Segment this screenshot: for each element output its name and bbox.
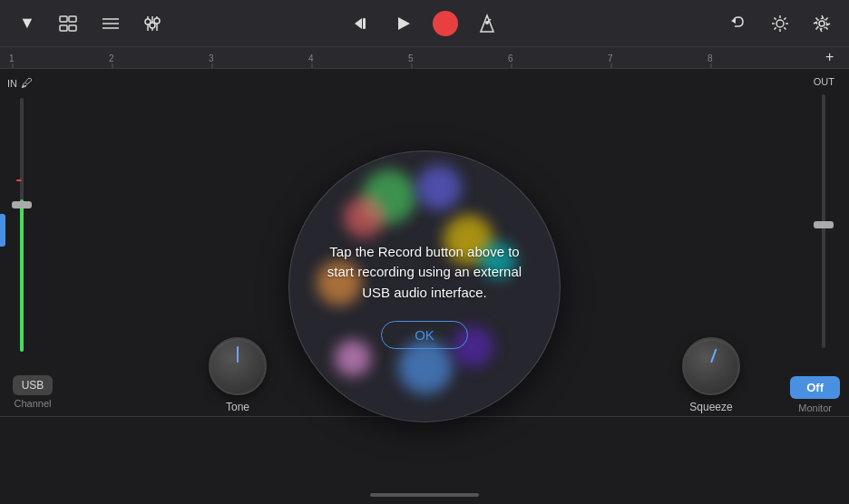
svg-rect-3 (69, 25, 76, 31)
svg-rect-2 (60, 25, 67, 31)
monitor-control: Off Monitor (790, 376, 840, 413)
svg-text:8: 8 (708, 53, 713, 63)
squeeze-control: Squeeze (682, 337, 740, 413)
svg-marker-19 (731, 18, 736, 24)
svg-point-11 (150, 23, 155, 28)
tone-label: Tone (226, 401, 249, 413)
dialog-overlay: Tap the Record button above to start rec… (0, 69, 849, 504)
dropdown-icon[interactable]: ▼ (15, 11, 40, 36)
svg-line-26 (784, 27, 786, 29)
svg-line-27 (784, 17, 786, 19)
out-label: OUT (814, 76, 834, 87)
mic-icon: 🖊 (21, 76, 33, 90)
squeeze-label: Squeeze (689, 401, 732, 413)
record-button[interactable] (433, 11, 458, 36)
monitor-label: Monitor (798, 402, 832, 413)
fader-clip-indicator (16, 179, 22, 181)
squeeze-knob-indicator (710, 349, 717, 363)
out-fader[interactable] (822, 94, 825, 348)
list-icon[interactable] (98, 11, 123, 36)
svg-marker-13 (355, 18, 362, 29)
in-label: IN (7, 78, 17, 89)
svg-text:7: 7 (608, 53, 613, 63)
usb-channel-button[interactable]: USB (13, 375, 54, 395)
tone-control: Tone (209, 337, 267, 413)
fader-fill (20, 199, 24, 352)
svg-rect-14 (363, 18, 366, 29)
svg-text:2: 2 (109, 53, 114, 63)
svg-point-12 (154, 18, 160, 24)
svg-text:6: 6 (508, 53, 513, 63)
svg-line-28 (775, 27, 776, 29)
side-indicator (0, 214, 5, 247)
toolbar-left: ▼ (15, 11, 165, 36)
fader-track (20, 98, 24, 352)
svg-text:1: 1 (9, 53, 15, 63)
toolbar: ▼ (0, 0, 849, 47)
svg-point-18 (485, 21, 489, 24)
volume-fader[interactable] (20, 98, 24, 352)
svg-text:4: 4 (308, 53, 314, 63)
svg-text:3: 3 (209, 53, 214, 63)
svg-line-25 (775, 17, 776, 19)
track-icon[interactable] (56, 11, 82, 36)
metronome-icon[interactable] (474, 11, 500, 36)
svg-point-20 (776, 20, 784, 27)
squeeze-knob[interactable] (682, 337, 740, 395)
tone-knob[interactable] (209, 337, 267, 395)
dialog-message: Tap the Record button above to start rec… (317, 242, 532, 304)
svg-rect-1 (69, 16, 76, 22)
rewind-button[interactable] (349, 11, 375, 36)
toolbar-right (726, 11, 834, 36)
mixer-icon[interactable] (140, 11, 165, 36)
fader-handle[interactable] (12, 201, 32, 208)
phone-frame: ▼ (0, 0, 849, 504)
undo-button[interactable] (726, 11, 751, 36)
home-indicator (370, 493, 479, 497)
main-content: IN 🖊 USB Channel OUT (0, 69, 849, 504)
svg-rect-0 (60, 16, 67, 22)
ok-button[interactable]: OK (381, 321, 468, 349)
monitor-off-button[interactable]: Off (790, 376, 840, 399)
channel-label: Channel (15, 398, 52, 409)
svg-point-29 (819, 21, 825, 26)
dialog-content: Tap the Record button above to start rec… (289, 206, 560, 368)
tone-knob-indicator (237, 346, 239, 363)
out-fader-handle[interactable] (814, 221, 834, 228)
svg-text:5: 5 (408, 53, 414, 63)
ruler-svg: 1 2 3 4 5 6 7 8 + (0, 47, 849, 68)
toolbar-center (349, 11, 500, 36)
svg-marker-15 (398, 17, 410, 30)
svg-text:+: + (825, 49, 834, 64)
ruler: 1 2 3 4 5 6 7 8 + (0, 47, 849, 69)
play-button[interactable] (391, 11, 416, 36)
dialog-circle: Tap the Record button above to start rec… (288, 150, 561, 422)
brightness-icon[interactable] (767, 11, 793, 36)
settings-icon[interactable] (809, 11, 834, 36)
svg-point-30 (817, 18, 827, 28)
